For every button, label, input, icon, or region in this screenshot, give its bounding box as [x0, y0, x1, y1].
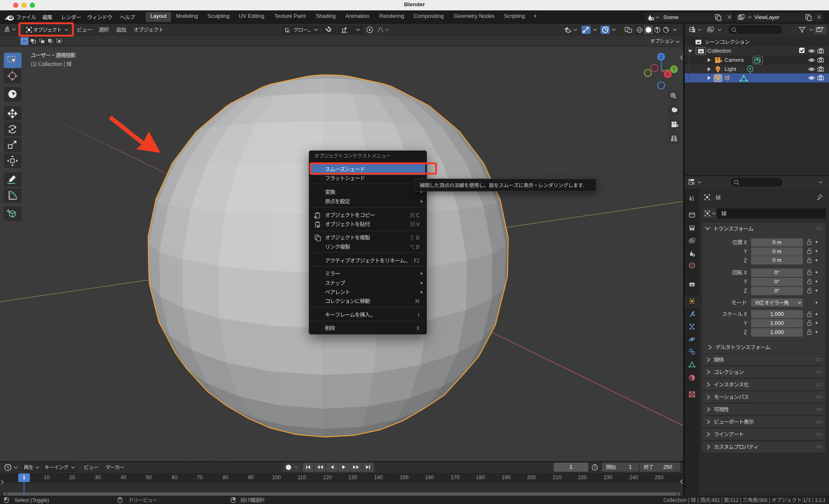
svg-text:Z: Z — [660, 55, 662, 59]
svg-text:Y: Y — [673, 67, 676, 72]
svg-text:X: X — [667, 72, 669, 77]
